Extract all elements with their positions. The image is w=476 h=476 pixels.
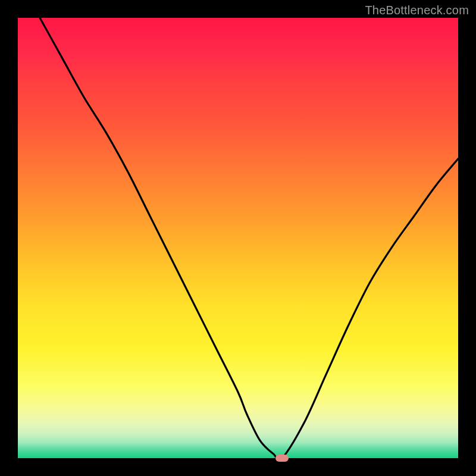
watermark-text: TheBottleneck.com — [365, 4, 469, 17]
bottleneck-curve — [40, 18, 458, 458]
minimum-marker — [275, 455, 289, 462]
curve-layer — [18, 18, 458, 458]
chart-frame: TheBottleneck.com — [0, 0, 476, 476]
